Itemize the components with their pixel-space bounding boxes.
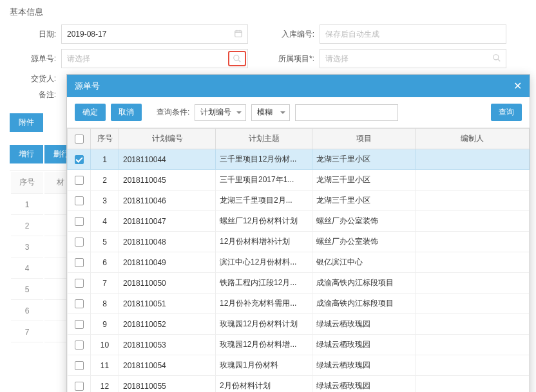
row-author — [416, 355, 530, 376]
row-subject: 铁路工程内江段12月... — [216, 273, 312, 294]
row-subject: 2月份材料计划 — [216, 376, 312, 393]
row-project: 螺丝厂办公室装饰 — [312, 211, 416, 232]
row-project: 银亿滨江中心 — [312, 252, 416, 273]
row-author — [416, 232, 530, 252]
table-row[interactable]: 42018110047螺丝厂12月份材料计划螺丝厂办公室装饰 — [68, 211, 530, 232]
row-subject: 三千里项目2017年1... — [216, 170, 312, 191]
row-code: 2018110046 — [119, 191, 216, 211]
row-code: 2018110044 — [119, 149, 216, 170]
row-checkbox[interactable] — [75, 176, 84, 185]
row-author — [416, 191, 530, 211]
row-subject: 12月份材料增补计划 — [216, 232, 312, 252]
row-index: 6 — [91, 252, 119, 273]
row-subject: 玫瑰园1月份材料 — [216, 355, 312, 376]
table-row[interactable]: 102018110053玫瑰园12月份材料增...绿城云栖玫瑰园 — [68, 335, 530, 355]
row-checkbox[interactable] — [75, 341, 84, 350]
col-author-header: 编制人 — [416, 129, 530, 149]
row-code: 2018110048 — [119, 232, 216, 252]
table-row[interactable]: 1220181100552月份材料计划绿城云栖玫瑰园 — [68, 376, 530, 393]
row-checkbox[interactable] — [75, 279, 84, 288]
row-project: 绿城云栖玫瑰园 — [312, 314, 416, 335]
row-checkbox[interactable] — [75, 155, 84, 164]
table-row[interactable]: 62018110049滨江中心12月份材料...银亿滨江中心 — [68, 252, 530, 273]
row-checkbox[interactable] — [75, 382, 84, 391]
row-project: 绿城云栖玫瑰园 — [312, 376, 416, 393]
row-index: 11 — [91, 355, 119, 376]
row-code: 2018110052 — [119, 314, 216, 335]
row-project: 螺丝厂办公室装饰 — [312, 232, 416, 252]
row-index: 8 — [91, 294, 119, 314]
row-author — [416, 376, 530, 393]
row-subject: 玫瑰园12月份材料增... — [216, 335, 312, 355]
row-code: 2018110055 — [119, 376, 216, 393]
modal-cancel-button[interactable]: 取消 — [111, 104, 142, 121]
row-checkbox[interactable] — [75, 196, 84, 205]
row-author — [416, 294, 530, 314]
row-project: 龙湖三千里小区 — [312, 170, 416, 191]
row-project: 成渝高铁内江标段项目 — [312, 294, 416, 314]
table-row[interactable]: 32018110046龙湖三千里项目2月...龙湖三千里小区 — [68, 191, 530, 211]
row-code: 2018110047 — [119, 211, 216, 232]
row-project: 龙湖三千里小区 — [312, 149, 416, 170]
row-author — [416, 314, 530, 335]
row-project: 绿城云栖玫瑰园 — [312, 335, 416, 355]
row-index: 10 — [91, 335, 119, 355]
table-row[interactable]: 112018110054玫瑰园1月份材料绿城云栖玫瑰园 — [68, 355, 530, 376]
row-project: 龙湖三千里小区 — [312, 191, 416, 211]
search-mode-select[interactable]: 模糊 — [251, 104, 290, 121]
col-index-header: 序号 — [91, 129, 119, 149]
row-author — [416, 335, 530, 355]
row-code: 2018110051 — [119, 294, 216, 314]
modal-title: 源单号 — [75, 80, 100, 92]
table-row[interactable]: 5201811004812月份材料增补计划螺丝厂办公室装饰 — [68, 232, 530, 252]
table-row[interactable]: 22018110045三千里项目2017年1...龙湖三千里小区 — [68, 170, 530, 191]
row-code: 2018110049 — [119, 252, 216, 273]
col-subject-header: 计划主题 — [216, 129, 312, 149]
search-field-select[interactable]: 计划编号 — [195, 104, 246, 121]
row-author — [416, 149, 530, 170]
row-checkbox[interactable] — [75, 217, 84, 226]
row-author — [416, 273, 530, 294]
row-code: 2018110050 — [119, 273, 216, 294]
row-subject: 三千里项目12月份材... — [216, 149, 312, 170]
modal-ok-button[interactable]: 确定 — [75, 104, 106, 121]
source-number-modal: 源单号 ✕ 确定 取消 查询条件: 计划编号 模糊 查询 序号 计划编号 计划主… — [66, 74, 530, 392]
table-row[interactable]: 92018110052玫瑰园12月份材料计划绿城云栖玫瑰园 — [68, 314, 530, 335]
modal-close-icon[interactable]: ✕ — [513, 80, 522, 92]
row-subject: 龙湖三千里项目2月... — [216, 191, 312, 211]
table-row[interactable]: 72018110050铁路工程内江段12月...成渝高铁内江标段项目 — [68, 273, 530, 294]
table-row[interactable]: 12018110044三千里项目12月份材...龙湖三千里小区 — [68, 149, 530, 170]
row-checkbox[interactable] — [75, 361, 84, 370]
search-condition-label: 查询条件: — [157, 107, 189, 118]
row-index: 5 — [91, 232, 119, 252]
row-checkbox[interactable] — [75, 320, 84, 329]
col-code-header: 计划编号 — [119, 129, 216, 149]
row-index: 12 — [91, 376, 119, 393]
col-checkbox-header[interactable] — [68, 129, 91, 149]
row-checkbox[interactable] — [75, 238, 84, 247]
search-button[interactable]: 查询 — [491, 104, 522, 121]
row-author — [416, 252, 530, 273]
row-index: 4 — [91, 211, 119, 232]
row-code: 2018110053 — [119, 335, 216, 355]
row-author — [416, 170, 530, 191]
results-table: 序号 计划编号 计划主题 项目 编制人 12018110044三千里项目12月份… — [67, 128, 530, 392]
col-project-header: 项目 — [312, 129, 416, 149]
row-code: 2018110045 — [119, 170, 216, 191]
search-keyword-input[interactable] — [295, 104, 398, 121]
table-row[interactable]: 8201811005112月份补充材料需用...成渝高铁内江标段项目 — [68, 294, 530, 314]
row-index: 1 — [91, 149, 119, 170]
row-subject: 螺丝厂12月份材料计划 — [216, 211, 312, 232]
row-index: 9 — [91, 314, 119, 335]
row-subject: 玫瑰园12月份材料计划 — [216, 314, 312, 335]
row-index: 3 — [91, 191, 119, 211]
row-checkbox[interactable] — [75, 258, 84, 267]
row-project: 绿城云栖玫瑰园 — [312, 355, 416, 376]
row-index: 2 — [91, 170, 119, 191]
row-index: 7 — [91, 273, 119, 294]
row-code: 2018110054 — [119, 355, 216, 376]
row-author — [416, 211, 530, 232]
row-checkbox[interactable] — [75, 299, 84, 308]
row-subject: 12月份补充材料需用... — [216, 294, 312, 314]
row-subject: 滨江中心12月份材料... — [216, 252, 312, 273]
